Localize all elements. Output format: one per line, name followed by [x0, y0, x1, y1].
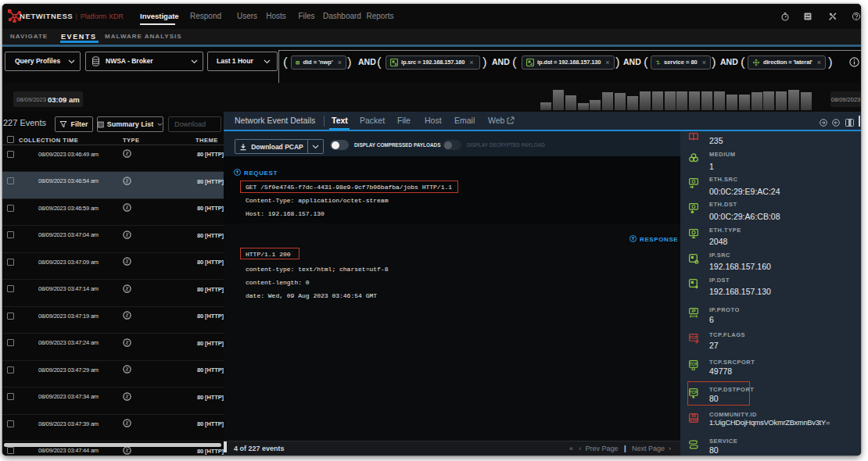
svg-text:IP: IP [691, 309, 695, 313]
svg-text:TCP: TCP [690, 391, 698, 395]
svg-text:TCP: TCP [690, 335, 698, 339]
svg-text:TCP: TCP [690, 363, 698, 366]
svg-text:RRR: RRR [690, 418, 698, 422]
